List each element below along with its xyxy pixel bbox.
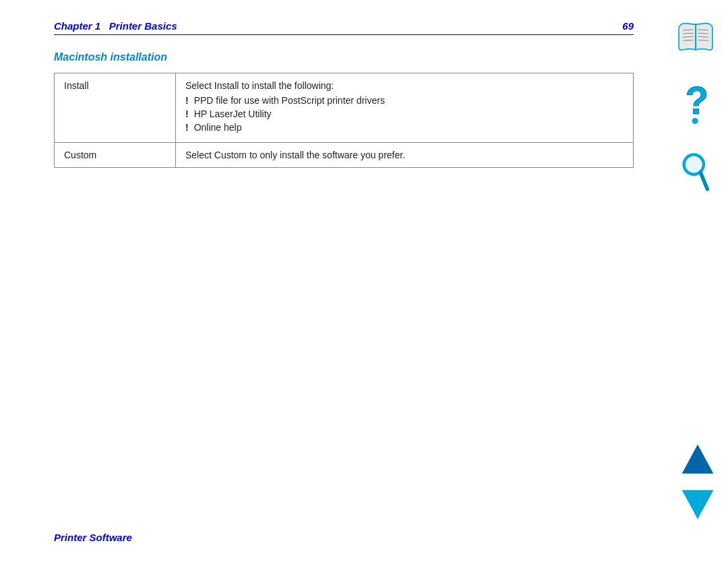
sidebar-icons: ? [675, 20, 716, 196]
install-table: Install Select Install to install the fo… [54, 73, 634, 168]
bullet-marker: ! [185, 108, 189, 119]
bottom-nav-icons [679, 442, 716, 522]
table-cell-label-custom: Custom [55, 143, 176, 168]
table-cell-desc-install: Select Install to install the following:… [176, 73, 634, 143]
svg-line-13 [700, 173, 707, 189]
table-row: Install Select Install to install the fo… [55, 73, 634, 143]
header-line: Chapter 1 Printer Basics 69 [54, 20, 634, 35]
bullet-text: HP LaserJet Utility [194, 108, 272, 119]
bullet-text: PPD file for use with PostScript printer… [194, 95, 385, 106]
svg-point-10 [692, 118, 698, 124]
arrow-up-icon[interactable] [679, 442, 716, 478]
table-cell-label-install: Install [55, 73, 176, 143]
bullet-item: ! HP LaserJet Utility [185, 108, 624, 119]
bullet-item: ! PPD file for use with PostScript print… [185, 95, 624, 106]
footer-label: Printer Software [54, 532, 132, 543]
table-cell-desc-custom: Select Custom to only install the softwa… [176, 143, 634, 168]
section-title: Macintosh installation [54, 51, 634, 63]
header-chapter-title: Chapter 1 Printer Basics [54, 20, 177, 32]
bullet-marker: ! [185, 95, 189, 106]
page-content: Chapter 1 Printer Basics 69 Macintosh in… [40, 0, 647, 562]
install-description: Select Install to install the following: [185, 80, 334, 91]
svg-point-12 [686, 157, 701, 172]
svg-marker-15 [682, 490, 714, 519]
arrow-down-icon[interactable] [679, 485, 716, 522]
header-page-number: 69 [622, 20, 634, 32]
svg-marker-14 [682, 445, 714, 474]
bullet-marker: ! [185, 122, 189, 133]
magnify-icon[interactable] [680, 151, 711, 196]
bullet-text: Online help [194, 122, 242, 133]
bullet-item: ! Online help [185, 122, 624, 133]
install-bullet-list: ! PPD file for use with PostScript print… [185, 95, 624, 133]
book-icon[interactable] [675, 20, 716, 57]
question-icon[interactable]: ? [680, 82, 711, 127]
svg-text:?: ? [685, 82, 708, 122]
table-row: Custom Select Custom to only install the… [55, 143, 634, 168]
